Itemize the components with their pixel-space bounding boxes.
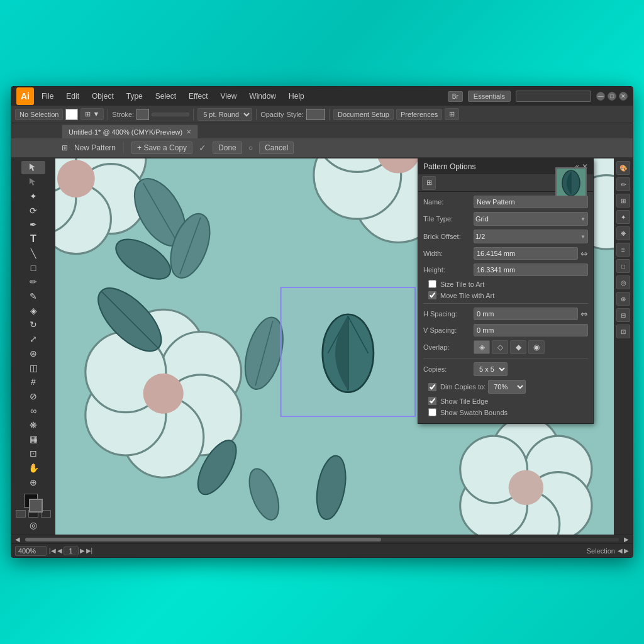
drawing-mode-btn[interactable]: ◎ [21,519,45,532]
normal-mode-btn[interactable] [16,510,26,518]
search-input[interactable] [516,91,591,102]
warp-tool[interactable]: ⊛ [21,347,45,360]
minimize-button[interactable]: — [596,92,605,101]
page-last-button[interactable]: ▶| [86,547,93,554]
color-panel-button[interactable]: 🎨 [616,161,630,175]
dim-copies-checkbox[interactable] [428,383,436,391]
graphic-styles-button[interactable]: ⊛ [616,292,630,306]
symbols-panel-button[interactable]: ❋ [616,226,630,240]
horizontal-scrollbar[interactable]: ◀ ▶ [11,535,633,543]
menu-select[interactable]: Select [153,91,179,102]
dim-copies-select[interactable]: 70% 50% 80% [488,380,526,394]
eyedropper-tool[interactable]: ⊘ [21,390,45,403]
tile-type-select[interactable]: Grid Brick by Row Brick by Column Hex by… [474,212,588,226]
hand-tool[interactable]: ✋ [21,461,45,474]
stroke-options-button[interactable] [152,113,189,116]
align-panel-button[interactable]: ≡ [616,243,630,257]
fill-options-button[interactable]: ⊞ ▼ [80,108,104,120]
menu-type[interactable]: Type [124,91,145,102]
stroke-box[interactable] [29,499,43,513]
maximize-button[interactable]: □ [608,92,616,101]
brush-select[interactable]: 5 pt. Round [197,108,252,121]
move-tile-checkbox[interactable] [428,291,436,299]
menu-object[interactable]: Object [89,91,116,102]
appearance-panel-button[interactable]: ◎ [616,275,630,289]
symbol-tool[interactable]: ❋ [21,418,45,431]
zoom-input[interactable] [15,546,47,556]
direct-selection-tool[interactable] [21,175,45,189]
overlap-top-front-button[interactable]: ◆ [510,340,526,354]
name-input[interactable] [474,196,588,208]
panel-tool-icon[interactable]: ⊞ [422,176,436,190]
overlap-right-front-button[interactable]: ◇ [492,340,508,354]
artboard-tool[interactable]: ⊡ [21,447,45,460]
scrollbar-thumb[interactable] [25,538,381,541]
fill-color-box[interactable] [65,109,78,120]
cancel-button[interactable]: Cancel [259,142,294,154]
page-number-input[interactable] [64,547,79,555]
done-button[interactable]: Done [213,142,242,154]
size-tile-checkbox[interactable] [428,280,436,288]
h-spacing-input[interactable] [474,308,578,320]
artboards-panel-button[interactable]: ⊡ [616,325,630,338]
bridge-button[interactable]: Br [448,91,463,102]
canvas-area[interactable]: Pattern Options « ✕ ⊞ [55,158,614,535]
height-input[interactable] [474,264,588,276]
tab-close-button[interactable]: ✕ [186,128,191,135]
paintbrush-tool[interactable]: ✏ [21,275,45,289]
link-width-height-icon[interactable]: ⇔ [580,248,588,258]
width-input[interactable] [474,247,578,260]
blend-tool[interactable]: ∞ [21,404,45,417]
close-button[interactable]: ✕ [619,92,628,101]
page-first-button[interactable]: |◀ [49,547,56,554]
rotate-tool[interactable]: ↻ [21,318,45,331]
scroll-right-button[interactable]: ▶ [620,536,633,543]
page-next-button[interactable]: ▶ [80,547,85,554]
menu-edit[interactable]: Edit [64,91,82,102]
workspace-options-button[interactable]: ⊞ [445,108,459,120]
menu-window[interactable]: Window [247,91,279,102]
essentials-button[interactable]: Essentials [468,91,511,102]
gradient-tool[interactable]: ◫ [21,361,45,374]
brick-offset-select[interactable]: 1/2 1/3 1/4 [474,230,588,243]
pencil-tool[interactable]: ✎ [21,290,45,303]
type-tool[interactable]: T [21,233,45,246]
brushes-panel-button[interactable]: ✦ [616,210,630,224]
zoom-tool[interactable]: ⊕ [21,475,45,489]
style-color-box[interactable] [306,109,325,120]
mesh-tool[interactable]: # [21,375,45,389]
show-tile-edge-checkbox[interactable] [428,397,436,405]
stroke-color-box[interactable] [136,109,149,120]
swatches-panel-button[interactable]: ⊞ [616,194,630,208]
menu-view[interactable]: View [218,91,240,102]
overlap-bottom-front-button[interactable]: ◉ [528,340,545,354]
menu-file[interactable]: File [39,91,56,102]
h-link-icon[interactable]: ⇔ [580,309,588,319]
transform-panel-button[interactable]: □ [616,259,630,273]
magic-wand-tool[interactable]: ✦ [21,189,45,203]
page-prev-button[interactable]: ◀ [57,547,62,554]
layers-panel-button[interactable]: ⊟ [616,308,630,322]
document-setup-button[interactable]: Document Setup [333,109,394,120]
scale-tool[interactable]: ⤢ [21,333,45,346]
lasso-tool[interactable]: ⟳ [21,204,45,217]
menu-effect[interactable]: Effect [186,91,210,102]
column-graph-tool[interactable]: ▦ [21,433,45,446]
document-tab[interactable]: Untitled-1* @ 400% (CMYK/Preview) ✕ [62,125,198,138]
selection-tool[interactable] [21,161,45,174]
line-tool[interactable]: ╲ [21,247,45,260]
status-scroll-right[interactable]: ▶ [624,547,629,554]
scroll-left-button[interactable]: ◀ [11,536,24,543]
eraser-tool[interactable]: ◈ [21,304,45,317]
stroke-panel-button[interactable]: ✏ [616,177,630,191]
show-swatch-bounds-checkbox[interactable] [428,408,436,416]
preferences-button[interactable]: Preferences [396,109,442,120]
rect-tool[interactable]: □ [21,261,45,274]
overlap-left-front-button[interactable]: ◈ [474,340,490,354]
v-spacing-input[interactable] [474,324,588,336]
status-scroll-left[interactable]: ◀ [618,547,623,554]
copies-select[interactable]: 5 x 5 3 x 3 7 x 7 [474,362,508,376]
menu-help[interactable]: Help [286,91,307,102]
save-copy-button[interactable]: + Save a Copy [131,142,192,154]
pen-tool[interactable]: ✒ [21,218,45,231]
